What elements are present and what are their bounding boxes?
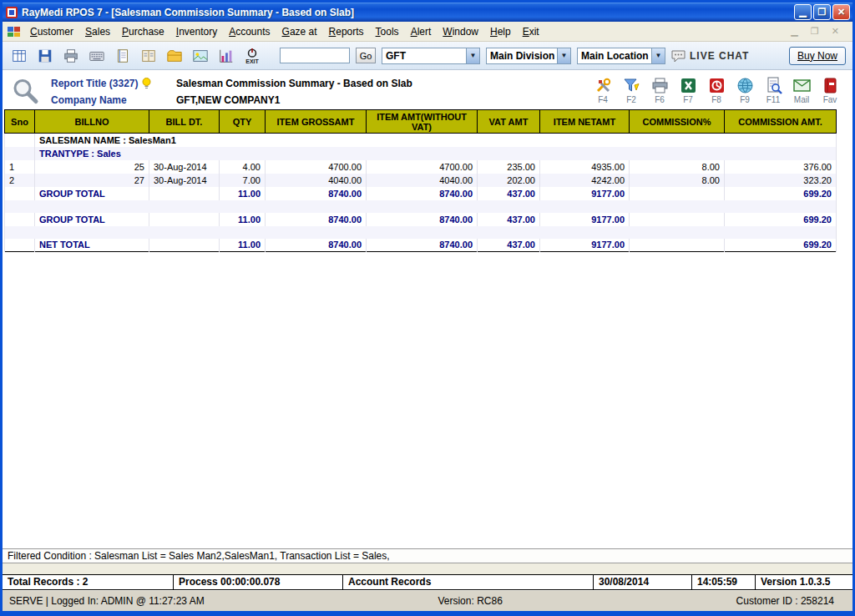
action-label: Mail <box>794 95 809 104</box>
cell-amt-wo-vat: 4700.00 <box>367 160 478 174</box>
menu-item-window[interactable]: Window <box>437 23 484 40</box>
html-export-button[interactable]: F9 <box>734 77 756 104</box>
mail-button[interactable]: Mail <box>791 77 812 104</box>
live-chat-label: LIVE CHAT <box>690 50 749 62</box>
menu-item-purchase[interactable]: Purchase <box>116 23 170 40</box>
print-icon[interactable] <box>61 44 81 68</box>
menu-item-alert[interactable]: Alert <box>405 23 438 40</box>
ledger-icon[interactable] <box>113 44 133 68</box>
filter-button[interactable]: F2 <box>620 77 642 104</box>
app-version: Version: RC86 <box>438 595 502 607</box>
minimize-button[interactable]: ▁ <box>794 4 812 20</box>
mdi-child-icon <box>7 25 22 38</box>
status-process-time: Process 00:00:00.078 <box>174 575 343 589</box>
cell-sno: 2 <box>5 174 35 187</box>
column-header-qty[interactable]: QTY <box>220 110 266 134</box>
action-label: F4 <box>598 95 608 104</box>
print-report-button[interactable]: F6 <box>649 77 670 104</box>
table-row[interactable]: 1 25 30-Aug-2014 4.00 4700.00 4700.00 23… <box>5 160 837 174</box>
menu-item-accounts[interactable]: Accounts <box>223 23 276 40</box>
total-comm-amt: 699.20 <box>725 239 837 252</box>
division-select[interactable]: Main Division ▼ <box>486 48 571 64</box>
column-header-bill-dt[interactable]: BILL DT. <box>149 110 220 134</box>
cell-comm-amt: 376.00 <box>725 160 837 174</box>
mdi-window-controls[interactable]: ▁ ❐ ✕ <box>791 26 851 37</box>
settings-button[interactable]: F4 <box>592 77 614 104</box>
spacer-row <box>5 200 837 213</box>
column-header-commission-amt[interactable]: COMMISSION AMT. <box>725 110 837 134</box>
chat-bubble-icon <box>671 49 686 63</box>
column-header-item-netamt[interactable]: ITEM NETAMT <box>540 110 630 134</box>
column-header-commission-pct[interactable]: COMMISSION% <box>630 110 725 134</box>
reports-grid-icon[interactable] <box>9 44 29 68</box>
menu-item-sales[interactable]: Sales <box>79 23 116 40</box>
total-net: 9177.00 <box>540 187 630 200</box>
app-icon <box>5 6 18 19</box>
total-gross: 8740.00 <box>266 239 367 252</box>
quick-search-input[interactable] <box>280 48 350 63</box>
buy-now-button[interactable]: Buy Now <box>789 47 846 65</box>
column-header-item-amt-without-vat[interactable]: ITEM AMT(WITHOUT VAT) <box>367 110 478 134</box>
spacer-row <box>5 226 837 239</box>
total-qty: 11.00 <box>220 213 266 226</box>
menu-item-customer[interactable]: Customer <box>24 23 79 40</box>
net-total-row: NET TOTAL 11.00 8740.00 8740.00 437.00 9… <box>5 239 837 252</box>
report-content: Report Title (3327) Salesman Commission … <box>3 70 852 563</box>
chart-icon[interactable] <box>216 44 236 68</box>
bulb-icon <box>141 77 152 89</box>
report-title-label: Report Title (3327) <box>51 77 176 89</box>
status-version: Version 1.0.3.5 <box>756 575 852 589</box>
menu-item-help[interactable]: Help <box>484 23 517 40</box>
menu-item-reports[interactable]: Reports <box>323 23 370 40</box>
total-net: 9177.00 <box>540 213 630 226</box>
folder-icon[interactable] <box>164 44 185 68</box>
register-book-icon[interactable] <box>139 44 159 68</box>
location-select[interactable]: Main Location ▼ <box>577 48 665 64</box>
restore-button[interactable]: ❐ <box>813 4 831 20</box>
cell-amt-wo-vat: 4040.00 <box>367 174 478 187</box>
column-header-sno[interactable]: Sno <box>5 110 35 134</box>
chevron-down-icon: ▼ <box>466 48 479 63</box>
column-header-billno[interactable]: BILLNO <box>35 110 149 134</box>
content-filler <box>3 252 852 548</box>
pdf-export-button[interactable]: F8 <box>706 77 727 104</box>
image-icon[interactable] <box>190 44 210 68</box>
trantype-group-header-row[interactable]: TRANTYPE : Sales <box>5 147 837 160</box>
excel-export-button[interactable]: F7 <box>677 77 699 104</box>
company-select[interactable]: GFT ▼ <box>382 48 480 64</box>
cell-net: 4935.00 <box>540 160 630 174</box>
menu-bar: Customer Sales Purchase Inventory Accoun… <box>3 22 852 42</box>
total-vat: 437.00 <box>478 213 540 226</box>
action-label: F9 <box>740 95 750 104</box>
cell-billno: 27 <box>35 174 149 187</box>
preview-button[interactable]: F11 <box>762 77 784 104</box>
menu-item-inventory[interactable]: Inventory <box>170 23 223 40</box>
cell-vat: 202.00 <box>478 174 540 187</box>
total-vat: 437.00 <box>478 187 540 200</box>
save-icon[interactable] <box>35 44 55 68</box>
cell-billno: 25 <box>35 160 149 174</box>
go-button[interactable]: Go <box>356 48 376 63</box>
cell-net: 4242.00 <box>540 174 630 187</box>
live-chat-link[interactable]: LIVE CHAT <box>671 49 749 63</box>
total-net: 9177.00 <box>540 239 630 252</box>
exit-icon[interactable]: EXIT <box>242 44 262 68</box>
group-total-label: GROUP TOTAL <box>35 213 149 226</box>
menu-item-exit[interactable]: Exit <box>517 23 545 40</box>
chevron-down-icon: ▼ <box>557 48 570 63</box>
footer-gap <box>3 563 852 574</box>
keyboard-icon[interactable] <box>87 44 107 68</box>
menu-item-gaze-at[interactable]: Gaze at <box>276 23 323 40</box>
close-button[interactable]: ✕ <box>832 4 850 20</box>
column-header-vat-amt[interactable]: VAT AMT <box>478 110 540 134</box>
column-header-item-grossamt[interactable]: ITEM GROSSAMT <box>266 110 367 134</box>
salesman-group-header-row[interactable]: SALESMAN NAME : SalesMan1 <box>5 134 837 147</box>
group-total-label: GROUP TOTAL <box>35 187 149 200</box>
division-select-value: Main Division <box>487 50 557 62</box>
menu-item-tools[interactable]: Tools <box>370 23 405 40</box>
favorite-button[interactable]: Fav <box>819 77 841 104</box>
report-title-value: Salesman Commission Summary - Based on S… <box>176 78 412 89</box>
table-row[interactable]: 2 27 30-Aug-2014 7.00 4040.00 4040.00 20… <box>5 174 837 187</box>
customer-id: Customer ID : 258214 <box>736 595 834 607</box>
status-date: 30/08/2014 <box>594 575 692 589</box>
